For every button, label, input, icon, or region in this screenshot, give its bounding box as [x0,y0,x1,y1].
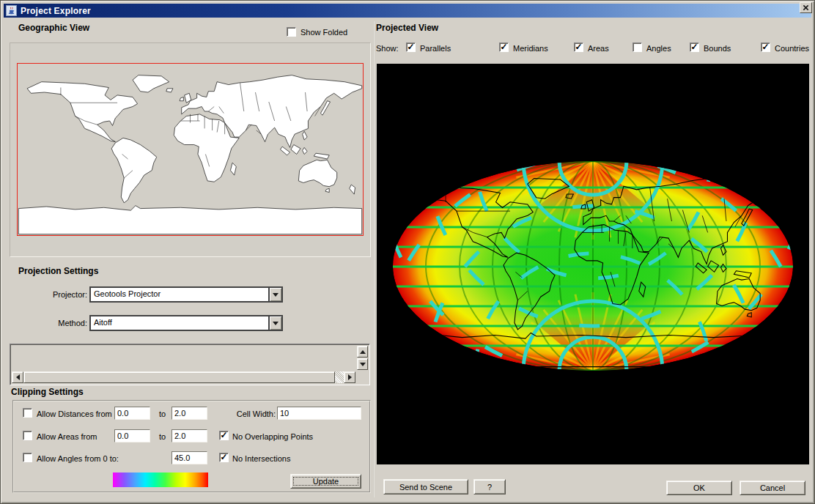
projected-map[interactable] [377,64,809,464]
areas-from-input[interactable] [114,429,150,442]
no-intersections-checkbox[interactable] [219,453,229,462]
close-icon [803,4,809,11]
help-button-label: ? [487,483,492,492]
ok-button-label: OK [693,483,705,492]
allow-distances-checkbox[interactable] [23,408,32,418]
cancel-button-label: Cancel [760,483,785,492]
countries-label: Countries [775,44,809,53]
angles-label: Angles [646,44,671,53]
projected-view-heading: Projected View [376,23,438,33]
geographic-map-svg [18,64,363,235]
areas-checkbox[interactable] [574,42,583,52]
show-folded-checkbox[interactable] [287,27,296,37]
scroll-up-button[interactable] [357,346,368,357]
clipping-settings-heading: Clipping Settings [11,387,84,397]
method-value: Aitoff [91,316,281,328]
geographic-map[interactable] [17,63,364,236]
distances-to-input[interactable] [172,407,207,420]
spectrum-colorbar [113,472,208,487]
method-dropdown-button[interactable] [268,316,281,330]
projected-map-svg [377,64,809,464]
no-intersections-label: No Intersections [232,454,290,463]
geographic-view-heading: Geographic View [18,23,89,33]
angles-max-input[interactable] [172,451,207,464]
cell-width-input[interactable] [277,407,361,420]
scrollbar-thumb[interactable] [23,371,335,383]
show-folded-label: Show Folded [300,28,347,37]
panel-divider [373,21,375,497]
areas-to-input[interactable] [172,429,207,442]
no-overlapping-points-label: No Overlapping Points [232,432,313,441]
allow-angles-checkbox[interactable] [23,453,32,462]
projector-label: Projector: [18,290,87,299]
coffee-cup-icon [7,6,16,15]
parameter-scrollpane [10,344,370,385]
help-button[interactable]: ? [473,479,506,494]
update-button[interactable]: Update [290,474,361,489]
projector-select[interactable]: Geotools Projector [89,286,283,303]
allow-areas-label: Allow Areas from [37,432,97,441]
scroll-left-button[interactable] [12,371,23,383]
allow-distances-label: Allow Distances from [37,410,112,418]
bounds-checkbox[interactable] [690,42,699,52]
chevron-down-icon [273,293,279,300]
scroll-down-button[interactable] [357,358,368,370]
bounds-label: Bounds [704,44,731,53]
meridians-label: Meridians [513,44,548,53]
projector-value: Geotools Projector [91,288,281,300]
close-button[interactable] [800,2,812,13]
meridians-checkbox[interactable] [499,42,509,52]
scroll-right-button[interactable] [344,371,355,383]
areas-to-word: to [159,432,166,441]
show-label: Show: [376,44,399,53]
project-explorer-window: Project Explorer Geographic View Show Fo… [0,0,815,504]
arrow-left-icon [13,374,20,380]
no-overlapping-points-checkbox[interactable] [219,431,229,440]
projection-settings-heading: Projection Settings [18,266,98,276]
distances-from-input[interactable] [114,407,150,420]
areas-label: Areas [588,44,609,53]
allow-angles-label: Allow Angles from 0 to: [37,454,119,463]
projector-dropdown-button[interactable] [268,288,281,301]
send-to-scene-label: Send to Scene [399,483,452,492]
countries-checkbox[interactable] [761,42,770,52]
arrow-down-icon [360,363,366,369]
cancel-button[interactable]: Cancel [740,481,805,495]
ok-button[interactable]: OK [666,481,732,495]
parallels-label: Parallels [420,44,451,53]
method-label: Method: [18,319,87,327]
horizontal-scrollbar[interactable] [12,371,355,383]
allow-areas-checkbox[interactable] [23,431,32,440]
parallels-checkbox[interactable] [406,42,416,52]
java-app-icon [6,5,17,16]
cell-width-label: Cell Width: [235,410,276,418]
chevron-down-icon [273,322,279,328]
method-select[interactable]: Aitoff [89,315,283,331]
arrow-right-icon [348,374,355,380]
titlebar[interactable]: Project Explorer [4,4,811,18]
focus-ring [293,477,358,486]
arrow-up-icon [360,347,366,354]
distances-to-word: to [159,410,166,418]
angles-checkbox[interactable] [633,42,642,52]
send-to-scene-button[interactable]: Send to Scene [383,479,468,494]
window-title: Project Explorer [21,6,91,16]
